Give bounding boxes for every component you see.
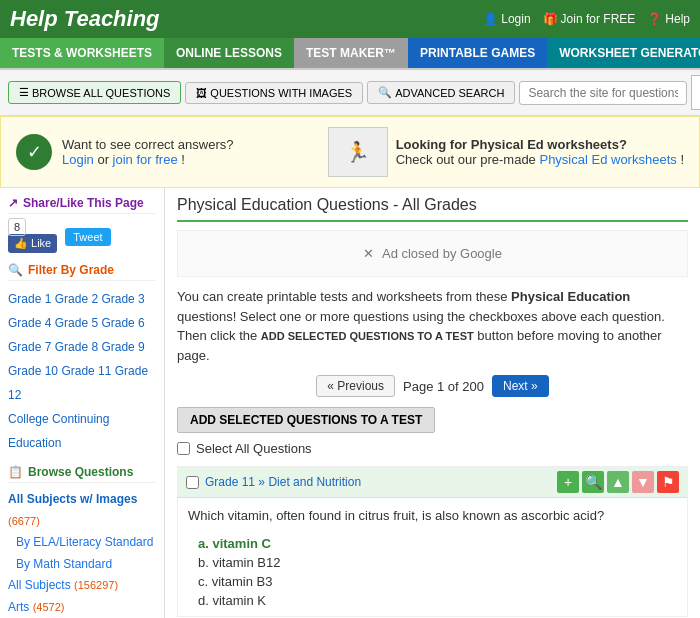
filter-icon: 🔍 — [8, 263, 23, 277]
grade-1-link[interactable]: Grade 1 — [8, 292, 51, 306]
ad-icon: ✕ — [363, 246, 374, 261]
grade-9-link[interactable]: Grade 9 — [101, 340, 144, 354]
grade-6-link[interactable]: Grade 6 — [101, 316, 144, 330]
grade-4-link[interactable]: Grade 4 — [8, 316, 51, 330]
browse-all-btn[interactable]: ☰ BROWSE ALL QUESTIONS — [8, 81, 181, 104]
grade-8-link[interactable]: Grade 8 — [55, 340, 98, 354]
question-1-grade-bar: Grade 11 » Diet and Nutrition + 🔍 ▲ ▼ ⚑ — [178, 467, 687, 498]
question-1-choice-d: d. vitamin K — [178, 591, 687, 616]
pe-worksheets-link[interactable]: Physical Ed worksheets — [539, 152, 676, 167]
navbar: TESTS & WORKSHEETS ONLINE LESSONS TEST M… — [0, 38, 700, 70]
nav-test-maker[interactable]: TEST MAKER™ — [294, 38, 408, 68]
grade-2-link[interactable]: Grade 2 — [55, 292, 98, 306]
select-all-checkbox[interactable] — [177, 442, 190, 455]
all-subjects-link[interactable]: All Subjects (156297) — [8, 575, 156, 597]
grade-5-link[interactable]: Grade 5 — [55, 316, 98, 330]
grade-3-link[interactable]: Grade 3 — [101, 292, 144, 306]
questions-with-images-btn[interactable]: 🖼 QUESTIONS WITH IMAGES — [185, 82, 363, 104]
grade-11-link[interactable]: Grade 11 — [61, 364, 111, 378]
question-1-flag-btn[interactable]: ⚑ — [657, 471, 679, 493]
previous-btn[interactable]: Previous — [316, 375, 395, 397]
banner-join-link[interactable]: join for free — [113, 152, 178, 167]
browse-section: 📋 Browse Questions All Subjects w/ Image… — [8, 465, 156, 618]
browse-header: 📋 Browse Questions — [8, 465, 156, 483]
social-row: 8 👍 Like Tweet — [8, 220, 156, 253]
question-1-view-btn[interactable]: 🔍 — [582, 471, 604, 493]
pe-image: 🏃 — [328, 127, 388, 177]
main-layout: ↗ Share/Like This Page 8 👍 Like Tweet 🔍 … — [0, 188, 700, 618]
intro-text: You can create printable tests and works… — [177, 287, 688, 365]
question-1-grade-link[interactable]: Grade 11 » Diet and Nutrition — [205, 475, 361, 489]
select-all-row: Select All Questions — [177, 441, 688, 456]
fb-like-btn[interactable]: 👍 Like — [8, 234, 57, 253]
nav-printable-games[interactable]: PRINTABLE GAMES — [408, 38, 547, 68]
question-1-choice-c: c. vitamin B3 — [178, 572, 687, 591]
banner: ✓ Want to see correct answers? Login or … — [0, 116, 700, 188]
select-all-label: Select All Questions — [196, 441, 312, 456]
banner-left: ✓ Want to see correct answers? Login or … — [16, 134, 233, 170]
advanced-search-btn[interactable]: 🔍 ADVANCED SEARCH — [367, 81, 515, 104]
browse-icon: 📋 — [8, 465, 23, 479]
question-1-down-btn[interactable]: ▼ — [632, 471, 654, 493]
browse-links: All Subjects w/ Images (6677) By ELA/Lit… — [8, 489, 156, 618]
ad-closed: ✕ Ad closed by Google — [177, 230, 688, 277]
ela-standard-link[interactable]: By ELA/Literacy Standard — [16, 532, 156, 554]
login-link[interactable]: 👤 Login — [483, 12, 530, 26]
grade-7-link[interactable]: Grade 7 — [8, 340, 51, 354]
math-standard-link[interactable]: By Math Standard — [16, 554, 156, 576]
sidebar: ↗ Share/Like This Page 8 👍 Like Tweet 🔍 … — [0, 188, 165, 618]
check-icon: ✓ — [16, 134, 52, 170]
pagination: Previous Page 1 of 200 Next — [177, 375, 688, 397]
filter-grade-header: 🔍 Filter By Grade — [8, 263, 156, 281]
nav-worksheet-generator[interactable]: WORKSHEET GENERATOR — [547, 38, 700, 68]
fb-count: 8 — [8, 218, 26, 236]
question-1-up-btn[interactable]: ▲ — [607, 471, 629, 493]
question-1-add-btn[interactable]: + — [557, 471, 579, 493]
magnify-icon: 🔍 — [378, 86, 392, 99]
question-1-checkbox[interactable] — [186, 476, 199, 489]
join-link[interactable]: 🎁 Join for FREE — [543, 12, 636, 26]
page-info: Page 1 of 200 — [403, 379, 484, 394]
grade-links: Grade 1 Grade 2 Grade 3 Grade 4 Grade 5 … — [8, 287, 156, 455]
image-icon: 🖼 — [196, 87, 207, 99]
arts-link[interactable]: Arts (4572) — [8, 597, 156, 618]
site-logo[interactable]: Help Teaching — [10, 6, 160, 32]
filter-grade-section: 🔍 Filter By Grade Grade 1 Grade 2 Grade … — [8, 263, 156, 455]
tweet-btn[interactable]: Tweet — [65, 228, 110, 246]
question-1-choice-b: b. vitamin B12 — [178, 553, 687, 572]
content-area: Physical Education Questions - All Grade… — [165, 188, 700, 618]
list-icon: ☰ — [19, 86, 29, 99]
banner-left-text: Want to see correct answers? Login or jo… — [62, 137, 233, 167]
page-title: Physical Education Questions - All Grade… — [177, 196, 688, 222]
header: Help Teaching 👤 Login 🎁 Join for FREE ❓ … — [0, 0, 700, 38]
all-subjects-images-link[interactable]: All Subjects w/ Images (6677) — [8, 489, 156, 532]
college-link[interactable]: College — [8, 412, 49, 426]
add-to-test-btn[interactable]: ADD SELECTED QUESTIONS TO A TEST — [177, 407, 435, 433]
header-links: 👤 Login 🎁 Join for FREE ❓ Help — [483, 12, 690, 26]
search-input[interactable] — [519, 81, 687, 105]
fb-like-widget[interactable]: 8 👍 Like — [8, 220, 57, 253]
grade-10-link[interactable]: Grade 10 — [8, 364, 58, 378]
question-1-choice-a: a. vitamin C — [178, 534, 687, 553]
searchbar: ☰ BROWSE ALL QUESTIONS 🖼 QUESTIONS WITH … — [0, 70, 700, 116]
search-go-btn[interactable]: 🔍 SEARCH — [691, 75, 700, 110]
share-header: ↗ Share/Like This Page — [8, 196, 156, 214]
help-link[interactable]: ❓ Help — [647, 12, 690, 26]
question-block-1: Grade 11 » Diet and Nutrition + 🔍 ▲ ▼ ⚑ … — [177, 466, 688, 617]
next-btn[interactable]: Next — [492, 375, 549, 397]
banner-login-link[interactable]: Login — [62, 152, 94, 167]
question-1-text: Which vitamin, often found in citrus fru… — [178, 498, 687, 534]
nav-online-lessons[interactable]: ONLINE LESSONS — [164, 38, 294, 68]
banner-right: 🏃 Looking for Physical Ed worksheets? Ch… — [328, 127, 684, 177]
share-section: ↗ Share/Like This Page 8 👍 Like Tweet — [8, 196, 156, 253]
question-1-actions: + 🔍 ▲ ▼ ⚑ — [557, 471, 679, 493]
share-icon: ↗ — [8, 196, 18, 210]
nav-tests-worksheets[interactable]: TESTS & WORKSHEETS — [0, 38, 164, 68]
